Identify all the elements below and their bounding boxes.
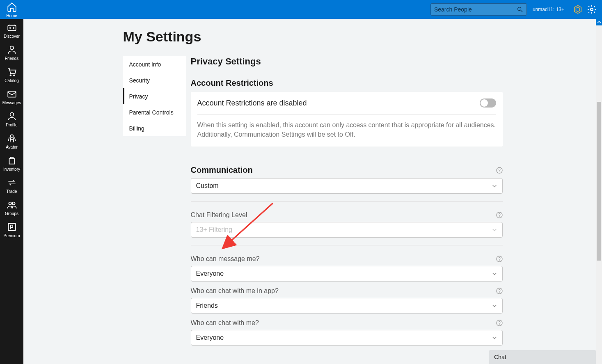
chat-filter-select[interactable]: 13+ Filtering <box>191 222 503 238</box>
svg-rect-11 <box>8 92 16 97</box>
help-icon[interactable]: ? <box>496 256 503 262</box>
who-message-select[interactable]: Everyone <box>191 266 503 282</box>
svg-marker-2 <box>575 5 581 14</box>
who-chat-label: Who can chat with me? <box>191 319 259 327</box>
tab-billing[interactable]: Billing <box>123 120 186 136</box>
chat-filter-value: 13+ Filtering <box>196 226 233 234</box>
chevron-down-icon <box>492 335 497 341</box>
who-chat-value: Everyone <box>196 334 224 341</box>
account-restrictions-toggle[interactable] <box>480 98 496 108</box>
who-message-label: Who can message me? <box>191 255 260 263</box>
svg-point-9 <box>10 75 11 76</box>
tab-label: Account Info <box>129 61 161 68</box>
settings-gear-icon[interactable] <box>586 3 598 16</box>
nav-avatar[interactable]: Avatar <box>0 130 23 152</box>
chat-dock-label: Chat <box>494 354 506 360</box>
tab-parental-controls[interactable]: Parental Controls <box>123 104 186 120</box>
chevron-down-icon <box>492 271 497 277</box>
svg-rect-16 <box>8 223 15 230</box>
help-icon[interactable]: ? <box>496 320 503 326</box>
svg-point-6 <box>9 27 11 29</box>
scroll-up-icon[interactable] <box>596 19 602 25</box>
nav-avatar-label: Avatar <box>6 145 18 149</box>
chevron-down-icon <box>492 183 497 189</box>
tab-privacy[interactable]: Privacy <box>123 88 186 104</box>
nav-premium-label: Premium <box>3 234 20 238</box>
nav-friends-label: Friends <box>5 56 18 61</box>
user-age-label: unmad11: 13+ <box>527 7 570 12</box>
svg-text:?: ? <box>498 257 501 261</box>
nav-catalog-label: Catalog <box>5 78 18 83</box>
svg-point-7 <box>13 27 14 29</box>
search-icon <box>517 6 523 13</box>
account-restrictions-description: When this setting is enabled, this accou… <box>197 120 496 139</box>
svg-point-13 <box>10 135 13 137</box>
help-icon[interactable]: ? <box>496 212 503 218</box>
who-chat-select[interactable]: Everyone <box>191 330 503 346</box>
nav-profile-label: Profile <box>6 123 17 127</box>
account-restrictions-heading: Account Restrictions <box>191 78 503 88</box>
tab-label: Parental Controls <box>129 109 174 116</box>
scrollbar[interactable] <box>596 19 602 364</box>
nav-premium[interactable]: Premium <box>0 218 23 240</box>
communication-heading: Communication <box>191 165 253 175</box>
nav-messages-label: Messages <box>2 101 21 105</box>
nav-trade-label: Trade <box>7 189 17 194</box>
scrollbar-thumb[interactable] <box>597 102 601 261</box>
tab-label: Security <box>129 77 150 84</box>
svg-point-12 <box>10 112 14 116</box>
chat-filter-label: Chat Filtering Level <box>191 211 247 219</box>
svg-marker-3 <box>576 7 580 12</box>
communication-value: Custom <box>196 182 219 190</box>
account-restrictions-status: Account Restrictions are disabled <box>197 99 307 108</box>
chat-dock[interactable]: Chat <box>489 350 596 364</box>
nav-inventory[interactable]: Inventory <box>0 152 23 174</box>
search-box[interactable] <box>430 3 527 16</box>
svg-text:?: ? <box>498 289 501 293</box>
svg-text:?: ? <box>498 321 501 325</box>
svg-point-15 <box>12 202 15 205</box>
tab-account-info[interactable]: Account Info <box>123 56 186 72</box>
tab-label: Billing <box>129 125 144 132</box>
nav-catalog[interactable]: Catalog <box>0 63 23 85</box>
who-message-value: Everyone <box>196 270 224 277</box>
communication-select[interactable]: Custom <box>191 178 503 194</box>
left-nav-rail: Home Discover Friends Catalog Messages P… <box>0 0 23 364</box>
nav-home[interactable]: Home <box>0 0 23 19</box>
who-chat-app-value: Friends <box>196 302 218 309</box>
svg-point-14 <box>9 202 11 205</box>
nav-profile[interactable]: Profile <box>0 108 23 130</box>
svg-point-4 <box>591 8 593 11</box>
nav-home-label: Home <box>6 14 17 18</box>
nav-groups-label: Groups <box>5 211 18 216</box>
who-chat-app-select[interactable]: Friends <box>191 298 503 314</box>
svg-text:?: ? <box>498 168 501 173</box>
nav-friends[interactable]: Friends <box>0 41 23 63</box>
svg-line-1 <box>521 10 522 12</box>
svg-rect-5 <box>8 25 16 31</box>
chevron-down-icon <box>492 303 497 309</box>
svg-point-0 <box>518 7 521 11</box>
nav-discover-label: Discover <box>4 34 20 39</box>
who-chat-app-label: Who can chat with me in app? <box>191 287 279 295</box>
robux-icon[interactable] <box>572 3 584 16</box>
svg-point-10 <box>13 75 14 76</box>
nav-trade[interactable]: Trade <box>0 174 23 196</box>
nav-inventory-label: Inventory <box>3 167 20 172</box>
tab-label: Privacy <box>129 93 148 100</box>
page-title: My Settings <box>123 29 503 45</box>
nav-discover[interactable]: Discover <box>0 19 23 41</box>
section-privacy-title: Privacy Settings <box>191 56 503 67</box>
tab-security[interactable]: Security <box>123 72 186 88</box>
chevron-down-icon <box>492 227 497 233</box>
settings-tabs: Account Info Security Privacy Parental C… <box>123 56 186 136</box>
help-icon[interactable]: ? <box>496 288 503 294</box>
nav-groups[interactable]: Groups <box>0 196 23 218</box>
svg-point-8 <box>10 46 14 50</box>
account-restrictions-card: Account Restrictions are disabled When t… <box>191 92 503 147</box>
search-input[interactable] <box>434 6 517 13</box>
svg-text:?: ? <box>498 213 501 217</box>
help-icon[interactable]: ? <box>496 167 503 174</box>
nav-messages[interactable]: Messages <box>0 85 23 108</box>
